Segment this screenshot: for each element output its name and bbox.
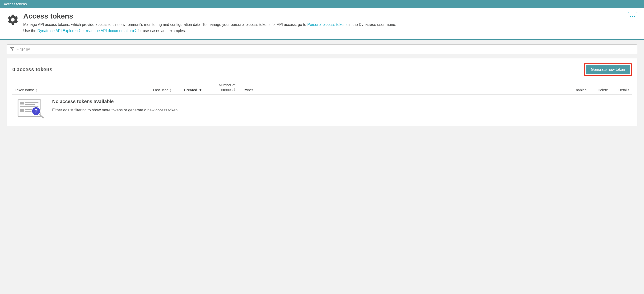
svg-rect-4 xyxy=(20,102,24,105)
column-label-line2: scopes xyxy=(221,87,232,92)
column-spacer xyxy=(264,83,565,92)
desc-text-2b: or xyxy=(80,29,86,33)
column-enabled: Enabled xyxy=(565,83,586,92)
generate-new-token-button[interactable]: Generate new token xyxy=(586,65,630,74)
desc-text-1a: Manage API access tokens, which provide … xyxy=(23,23,307,27)
personal-access-tokens-link[interactable]: Personal access tokens xyxy=(307,23,348,27)
panel-head: 0 access tokens Generate new token xyxy=(12,63,632,76)
more-actions-button[interactable]: ••• xyxy=(628,12,637,21)
page-header-text: Access tokens Manage API access tokens, … xyxy=(23,12,637,34)
filter-input[interactable] xyxy=(16,47,634,52)
api-documentation-link[interactable]: read the API documentation xyxy=(86,29,136,33)
tokens-gear-icon xyxy=(7,14,19,27)
desc-text-2a: Use the xyxy=(23,29,38,33)
external-link-icon xyxy=(133,28,136,34)
filter-icon xyxy=(10,47,14,52)
column-label: Delete xyxy=(598,88,608,92)
filter-bar[interactable] xyxy=(7,44,637,54)
sort-icon: ▴▾ xyxy=(36,88,37,92)
more-dots-icon: ••• xyxy=(630,14,636,19)
column-label: Enabled xyxy=(574,88,586,92)
empty-state: ? No access tokens available Either adju… xyxy=(12,95,632,119)
top-bar: Access tokens xyxy=(0,0,644,8)
top-bar-title: Access tokens xyxy=(4,2,27,6)
empty-state-message: Either adjust filtering to show more tok… xyxy=(52,108,179,112)
page-header: Access tokens Manage API access tokens, … xyxy=(0,8,644,40)
tokens-panel: 0 access tokens Generate new token Token… xyxy=(7,58,637,126)
content-area: 0 access tokens Generate new token Token… xyxy=(0,40,644,131)
svg-rect-6 xyxy=(25,104,35,105)
column-details: Details xyxy=(608,83,629,92)
svg-rect-8 xyxy=(20,109,24,112)
empty-state-illustration-icon: ? xyxy=(16,99,45,119)
column-label: Last used xyxy=(153,88,168,92)
page-description: Manage API access tokens, which provide … xyxy=(23,22,637,34)
token-count-title: 0 access tokens xyxy=(12,67,52,73)
column-last-used[interactable]: Last used ▴▾ xyxy=(143,83,171,92)
column-label: Owner xyxy=(242,88,253,92)
svg-marker-2 xyxy=(10,48,14,50)
sort-desc-icon: ▼ xyxy=(198,88,202,92)
svg-text:?: ? xyxy=(34,108,38,114)
svg-rect-5 xyxy=(25,102,38,103)
column-label: Token name xyxy=(15,88,34,92)
api-explorer-link[interactable]: Dynatrace API Explorer xyxy=(38,29,80,33)
column-label: Created xyxy=(184,88,197,92)
page-title: Access tokens xyxy=(23,12,637,20)
column-delete: Delete xyxy=(586,83,608,92)
desc-text-1b: in the Dynatrace user menu. xyxy=(348,23,396,27)
column-number-of-scopes[interactable]: Number of scopes ▴▾ xyxy=(202,83,236,92)
svg-line-1 xyxy=(134,30,136,31)
column-label: Details xyxy=(618,88,629,92)
table-header-row: Token name ▴▾ Last used ▴▾ Created ▼ Num… xyxy=(12,81,632,95)
svg-line-0 xyxy=(78,30,80,31)
column-created[interactable]: Created ▼ xyxy=(171,83,202,92)
column-label-line1: Number of xyxy=(219,83,236,87)
desc-text-2c: for use-cases and examples. xyxy=(136,29,186,33)
column-owner: Owner xyxy=(236,83,264,92)
empty-state-text: No access tokens available Either adjust… xyxy=(52,99,179,119)
generate-button-highlight: Generate new token xyxy=(584,63,632,76)
empty-state-title: No access tokens available xyxy=(52,99,179,104)
external-link-icon xyxy=(77,28,80,34)
column-token-name[interactable]: Token name ▴▾ xyxy=(15,83,143,92)
